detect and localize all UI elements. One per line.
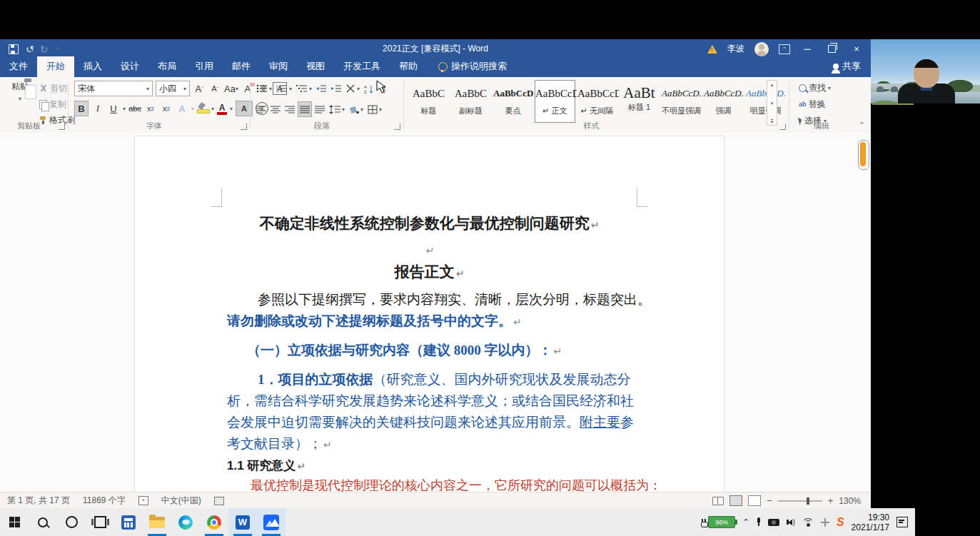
language-status[interactable]: 中文(中国) xyxy=(161,495,201,507)
scrollbar-thumb[interactable] xyxy=(860,142,866,166)
highlight-caret[interactable]: ▾ xyxy=(211,106,214,112)
change-case-button[interactable]: Aa▾ xyxy=(224,81,238,96)
style-item[interactable]: AaBbCcD↵ 无间隔 xyxy=(577,80,617,123)
ribbon-tab[interactable]: 邮件 xyxy=(223,56,260,77)
document-page[interactable]: 不确定非线性系统控制参数化与最优控制问题研究↵↵报告正文↵参照以下提纲撰写，要求… xyxy=(134,136,724,492)
style-item[interactable]: AaBbC副标题 xyxy=(450,80,491,123)
increase-indent-button[interactable] xyxy=(330,81,343,96)
style-item[interactable]: AaBbCcD.强调 xyxy=(703,80,744,123)
underline-caret[interactable]: ▾ xyxy=(123,106,126,112)
ribbon-tab[interactable]: 插入 xyxy=(74,56,111,77)
macro-record-icon[interactable] xyxy=(214,497,224,505)
tray-expand-button[interactable]: ⌃ xyxy=(742,517,749,527)
ribbon-tab[interactable]: 布局 xyxy=(148,56,186,77)
task-view-button[interactable] xyxy=(86,508,114,536)
bullets-button[interactable]: ▾ xyxy=(255,81,273,96)
font-color-caret[interactable]: ▾ xyxy=(230,106,233,112)
strikethrough-button[interactable]: abc xyxy=(128,101,141,116)
styles-dialog-launcher[interactable] xyxy=(779,123,786,130)
collapse-ribbon-icon[interactable]: ⌃ xyxy=(859,121,865,130)
shading-button[interactable]: ▾ xyxy=(348,102,365,116)
line-spacing-button[interactable]: ▾ xyxy=(328,102,346,116)
superscript-button[interactable]: x2 xyxy=(160,101,173,116)
subscript-button[interactable]: x2 xyxy=(144,101,157,116)
sogou-input-icon[interactable]: S xyxy=(837,516,844,529)
undo-button[interactable]: ↺▾ xyxy=(26,44,33,55)
font-color-button[interactable]: A xyxy=(217,103,227,115)
font-dialog-launcher[interactable] xyxy=(241,123,247,130)
style-item[interactable]: AaBbCcD要点 xyxy=(492,80,533,123)
chrome-button[interactable] xyxy=(200,508,228,536)
multilevel-list-button[interactable]: ▾ xyxy=(295,81,313,96)
ribbon-tab[interactable]: 引用 xyxy=(186,56,223,77)
align-right-button[interactable] xyxy=(283,102,296,116)
word-taskbar-button[interactable]: W xyxy=(228,508,257,536)
grow-font-button[interactable]: Aˆ xyxy=(193,81,206,96)
share-button[interactable]: 共享 xyxy=(833,60,871,77)
asian-layout-button[interactable]: ▾ xyxy=(345,81,361,96)
paste-button[interactable]: 粘贴 ▾ xyxy=(6,81,34,126)
close-button[interactable]: × xyxy=(849,44,864,54)
calculator-button[interactable] xyxy=(114,508,143,536)
ribbon-tab[interactable]: 文件 xyxy=(0,56,37,77)
ribbon-tab[interactable]: 开始 xyxy=(37,56,74,77)
zoom-out-button[interactable]: − xyxy=(767,495,772,506)
taskbar-clock[interactable]: 19:30 2021/1/17 xyxy=(852,512,889,532)
numbering-button[interactable]: 123▾ xyxy=(275,81,293,96)
file-explorer-button[interactable] xyxy=(143,508,171,536)
minimize-button[interactable]: ─ xyxy=(800,44,814,54)
style-item[interactable]: AaBbCcD.不明显强调 xyxy=(661,80,702,123)
find-button[interactable]: 查找▾ xyxy=(797,81,833,95)
sort-button[interactable]: AZ xyxy=(363,81,375,96)
speaker-icon[interactable]: ) xyxy=(787,518,795,526)
microphone-icon[interactable] xyxy=(757,517,761,527)
underline-button[interactable]: U xyxy=(107,101,120,116)
italic-button[interactable]: I xyxy=(91,101,104,116)
zoom-slider-thumb[interactable] xyxy=(807,497,809,505)
clipboard-dialog-launcher[interactable] xyxy=(59,123,65,130)
shrink-font-button[interactable]: Aˇ xyxy=(208,81,221,96)
battery-status[interactable]: 96% xyxy=(701,516,735,528)
page-number-status[interactable]: 第 1 页, 共 17 页 xyxy=(7,495,70,507)
save-icon[interactable] xyxy=(9,44,19,54)
text-effects-button[interactable]: A xyxy=(176,101,188,116)
ribbon-tab[interactable]: 审阅 xyxy=(260,56,297,77)
bold-button[interactable]: B xyxy=(74,101,89,116)
align-center-button[interactable] xyxy=(269,102,282,116)
restore-button[interactable] xyxy=(828,45,836,53)
vertical-scrollbar[interactable] xyxy=(858,140,869,170)
style-item[interactable]: AaBbCcD.明显强调 xyxy=(745,80,786,123)
ribbon-display-options-icon[interactable]: ^ xyxy=(779,44,790,54)
ribbon-tab[interactable]: 设计 xyxy=(111,56,148,77)
style-item[interactable]: AaBbCcD↵ 正文 xyxy=(535,80,575,123)
document-area[interactable]: 不确定非线性系统控制参数化与最优控制问题研究↵↵报告正文↵参照以下提纲撰写，要求… xyxy=(0,133,871,492)
decrease-indent-button[interactable] xyxy=(315,81,328,96)
zoom-in-button[interactable]: + xyxy=(828,495,834,506)
cortana-button[interactable] xyxy=(57,508,86,536)
styles-gallery-scrollbar[interactable]: ▴ ▾ ▾ xyxy=(767,80,777,126)
account-user-name[interactable]: 李波 xyxy=(727,43,744,55)
start-button[interactable] xyxy=(0,508,29,536)
web-layout-button[interactable] xyxy=(748,495,761,506)
meeting-app-button[interactable] xyxy=(257,508,286,536)
tray-utility-icon[interactable] xyxy=(821,518,829,527)
camera-icon[interactable] xyxy=(768,519,779,526)
word-count-status[interactable]: 11869 个字 xyxy=(83,495,126,507)
replace-button[interactable]: ab替换 xyxy=(797,97,833,111)
action-center-icon[interactable] xyxy=(896,517,908,527)
proofing-status-icon[interactable]: × xyxy=(138,496,148,505)
justify-button[interactable] xyxy=(298,101,312,117)
borders-button[interactable]: ▾ xyxy=(366,102,383,116)
ribbon-tab[interactable]: 帮助 xyxy=(390,56,427,77)
styles-scroll-up-icon[interactable]: ▴ xyxy=(771,82,774,88)
zoom-level[interactable]: 130% xyxy=(839,496,861,506)
read-mode-button[interactable] xyxy=(712,497,724,505)
avatar[interactable] xyxy=(754,42,769,56)
style-item[interactable]: AaBt标题 1 xyxy=(619,80,660,123)
redo-button[interactable]: ↻ xyxy=(40,44,49,55)
highlight-button[interactable] xyxy=(197,103,208,114)
align-left-button[interactable] xyxy=(255,102,268,116)
tell-me-search[interactable]: 操作说明搜索 xyxy=(427,60,514,77)
wifi-icon[interactable] xyxy=(802,518,814,526)
distribute-button[interactable] xyxy=(313,102,326,116)
